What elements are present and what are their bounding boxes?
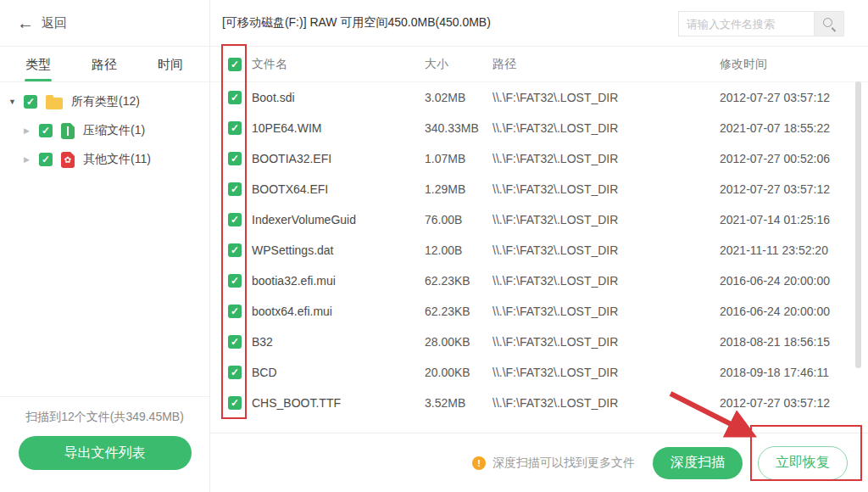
column-header-size: 大小: [425, 57, 492, 72]
table-row[interactable]: WPSettings.dat 12.00B \\.\F:\FAT32\.LOST…: [210, 235, 868, 266]
file-modified: 2021-07-07 18:55:22: [720, 121, 868, 135]
tree-checkbox[interactable]: [39, 153, 53, 166]
file-size: 1.29MB: [425, 182, 492, 196]
file-path: \\.\F:\FAT32\.LOST_DIR: [492, 305, 720, 318]
tree-item-label: 所有类型(12): [71, 94, 140, 109]
column-header-name: 文件名: [252, 57, 425, 72]
row-checkbox[interactable]: [228, 182, 242, 196]
deep-scan-notice: ! 深度扫描可以找到更多文件: [472, 456, 635, 471]
tree-item[interactable]: 其他文件(11): [0, 145, 209, 174]
export-file-list-button[interactable]: 导出文件列表: [19, 436, 192, 470]
file-modified: 2012-07-27 03:57:12: [720, 182, 868, 196]
table-row[interactable]: CHS_BOOT.TTF 3.52MB \\.\F:\FAT32\.LOST_D…: [210, 388, 868, 418]
column-header-path: 路径: [492, 57, 720, 72]
file-size: 12.00B: [425, 243, 492, 257]
tree-expand-icon[interactable]: [8, 98, 20, 106]
tree-item-label: 其他文件(11): [83, 152, 151, 167]
file-name: IndexerVolumeGuid: [252, 213, 425, 226]
recover-now-button[interactable]: 立即恢复: [758, 446, 848, 480]
file-modified: 2018-09-18 17:46:11: [720, 366, 868, 379]
tree-checkbox[interactable]: [24, 95, 37, 109]
tree-expand-icon[interactable]: [24, 126, 36, 135]
row-checkbox[interactable]: [228, 396, 242, 410]
sidebar-tabs: 类型 路径 时间: [0, 47, 209, 82]
row-checkbox[interactable]: [228, 335, 242, 349]
file-name: BCD: [252, 366, 425, 379]
select-all-checkbox[interactable]: [228, 58, 242, 71]
file-modified: 2012-07-27 03:57:12: [720, 396, 868, 410]
sidebar: 返回 类型 路径 时间 所有类型(12) 压缩文件(1): [0, 0, 210, 492]
search-bar: [678, 11, 844, 36]
table-row[interactable]: 10PE64.WIM 340.33MB \\.\F:\FAT32\.LOST_D…: [210, 113, 868, 143]
row-checkbox[interactable]: [228, 213, 242, 226]
file-modified: 2018-08-21 18:56:15: [720, 335, 868, 349]
file-name: BOOTX64.EFI: [252, 182, 425, 196]
file-modified: 2016-06-24 20:00:00: [720, 274, 868, 288]
table-row[interactable]: Boot.sdi 3.02MB \\.\F:\FAT32\.LOST_DIR 2…: [210, 82, 868, 113]
row-checkbox[interactable]: [228, 91, 242, 104]
sidebar-footer: 扫描到12个文件(共349.45MB) 导出文件列表: [0, 396, 209, 492]
file-name: Boot.sdi: [252, 91, 425, 104]
folder-icon: [46, 98, 63, 109]
file-modified: 2012-07-27 00:52:06: [720, 152, 868, 165]
file-name: 10PE64.WIM: [252, 121, 425, 135]
file-size: 1.07MB: [425, 152, 492, 165]
file-size: 62.23KB: [425, 274, 492, 288]
table-row[interactable]: BOOTX64.EFI 1.29MB \\.\F:\FAT32\.LOST_DI…: [210, 174, 868, 204]
row-checkbox[interactable]: [228, 366, 242, 379]
tree-item[interactable]: 压缩文件(1): [0, 116, 209, 145]
file-name: BOOTIA32.EFI: [252, 152, 425, 165]
file-path: \\.\F:\FAT32\.LOST_DIR: [492, 274, 720, 288]
table-row[interactable]: BOOTIA32.EFI 1.07MB \\.\F:\FAT32\.LOST_D…: [210, 143, 868, 174]
table-row[interactable]: BCD 20.00KB \\.\F:\FAT32\.LOST_DIR 2018-…: [210, 357, 868, 388]
row-checkbox[interactable]: [228, 243, 242, 257]
scan-summary: 扫描到12个文件(共349.45MB): [0, 410, 209, 425]
back-label: 返回: [42, 15, 67, 31]
file-table: Boot.sdi 3.02MB \\.\F:\FAT32\.LOST_DIR 2…: [210, 82, 868, 418]
file-modified: 2012-07-27 03:57:12: [720, 91, 868, 104]
other-file-icon: [61, 152, 75, 168]
sidebar-tab[interactable]: 路径: [71, 47, 137, 81]
file-path: \\.\F:\FAT32\.LOST_DIR: [492, 152, 720, 165]
file-path: \\.\F:\FAT32\.LOST_DIR: [492, 91, 720, 104]
table-row[interactable]: IndexerVolumeGuid 76.00B \\.\F:\FAT32\.L…: [210, 204, 868, 235]
file-path: \\.\F:\FAT32\.LOST_DIR: [492, 243, 720, 257]
tree-item-label: 压缩文件(1): [83, 123, 145, 138]
topbar: [可移动磁盘(F:)] RAW 可用空间450.0MB(450.0MB): [210, 0, 868, 47]
tree-checkbox[interactable]: [39, 124, 53, 137]
back-button[interactable]: 返回: [0, 0, 209, 47]
file-size: 3.02MB: [425, 91, 492, 104]
table-row[interactable]: bootia32.efi.mui 62.23KB \\.\F:\FAT32\.L…: [210, 266, 868, 296]
archive-file-icon: [61, 123, 75, 139]
row-checkbox[interactable]: [228, 121, 242, 135]
search-button[interactable]: [814, 11, 844, 36]
file-size: 20.00KB: [425, 366, 492, 379]
file-size: 76.00B: [425, 213, 492, 226]
file-path: \\.\F:\FAT32\.LOST_DIR: [492, 366, 720, 379]
row-checkbox[interactable]: [228, 305, 242, 318]
table-scrollbar[interactable]: [855, 81, 861, 368]
file-size: 3.52MB: [425, 396, 492, 410]
sidebar-tab[interactable]: 时间: [137, 47, 203, 81]
sidebar-tab[interactable]: 类型: [5, 47, 71, 81]
main-panel: [可移动磁盘(F:)] RAW 可用空间450.0MB(450.0MB) 文件名…: [210, 0, 868, 492]
back-arrow-icon: [17, 14, 34, 33]
page-title: [可移动磁盘(F:)] RAW 可用空间450.0MB(450.0MB): [222, 15, 491, 31]
deep-scan-button[interactable]: 深度扫描: [653, 447, 743, 479]
file-path: \\.\F:\FAT32\.LOST_DIR: [492, 335, 720, 349]
file-modified: 2016-06-24 20:00:00: [720, 305, 868, 318]
file-path: \\.\F:\FAT32\.LOST_DIR: [492, 121, 720, 135]
row-checkbox[interactable]: [228, 274, 242, 288]
file-size: 340.33MB: [425, 121, 492, 135]
file-type-tree: 所有类型(12) 压缩文件(1) 其他文件(11): [0, 82, 209, 174]
file-modified: 2021-11-11 23:52:20: [720, 243, 868, 257]
row-checkbox[interactable]: [228, 152, 242, 165]
table-row[interactable]: B32 28.00KB \\.\F:\FAT32\.LOST_DIR 2018-…: [210, 327, 868, 357]
search-input[interactable]: [678, 11, 814, 36]
file-name: CHS_BOOT.TTF: [252, 396, 425, 410]
table-row[interactable]: bootx64.efi.mui 62.23KB \\.\F:\FAT32\.LO…: [210, 296, 868, 327]
tree-item[interactable]: 所有类型(12): [0, 87, 209, 116]
file-name: WPSettings.dat: [252, 243, 425, 257]
file-path: \\.\F:\FAT32\.LOST_DIR: [492, 396, 720, 410]
tree-expand-icon[interactable]: [24, 155, 36, 164]
